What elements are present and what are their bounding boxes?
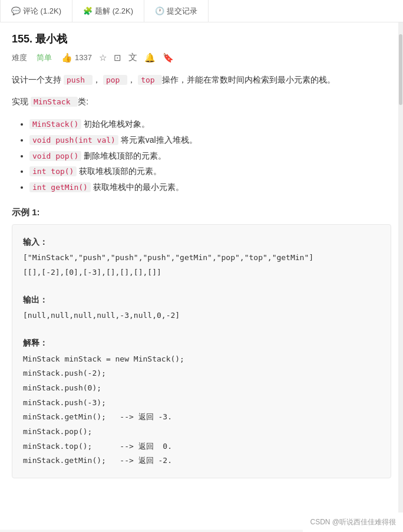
nav-comments[interactable]: 💬 评论 (1.2K): [0, 0, 72, 22]
minstack-class-code: MinStack: [31, 97, 78, 107]
top-code: top: [138, 75, 162, 85]
action-icons: 👍 1337 ☆ ⊡ 文 🔔 🔖: [61, 52, 174, 63]
share-icon: ⊡: [114, 52, 121, 63]
comment-icon: 💬: [11, 6, 21, 15]
bookmark-button[interactable]: 🔖: [163, 52, 174, 63]
top-nav: 💬 评论 (1.2K) 🧩 题解 (2.2K) 🕐 提交记录: [0, 0, 403, 22]
list-item: int top() 获取堆栈顶部的元素。: [29, 163, 391, 179]
bookmark-icon: 🔖: [163, 52, 174, 63]
problem-description: 设计一个支持 push ， pop ， top 操作，并能在常数时间内检索到最小…: [12, 73, 391, 87]
method-pop: void pop(): [29, 151, 81, 161]
thumb-up-icon: 👍: [61, 52, 72, 63]
method-list: MinStack() 初始化堆栈对象。 void push(int val) 将…: [12, 116, 391, 195]
input-line-2: [[],[-2],[0],[-3],[],[],[],[]]: [23, 265, 380, 280]
star-button[interactable]: ☆: [99, 52, 107, 63]
list-item: MinStack() 初始化堆栈对象。: [29, 116, 391, 132]
list-item: int getMin() 获取堆栈中的最小元素。: [29, 179, 391, 195]
star-icon: ☆: [99, 52, 107, 63]
input-line-1: ["MinStack","push","push","push","getMin…: [23, 251, 380, 265]
nav-submissions-label: 提交记录: [167, 6, 197, 17]
footer: CSDN @听说西佳佳难得很: [303, 513, 403, 532]
main-content: 155. 最小栈 难度 简单 👍 1337 ☆ ⊡ 文 🔔 🔖: [0, 22, 403, 530]
pop-code: pop: [103, 75, 127, 85]
explain-line-0: MinStack minStack = new MinStack();: [23, 352, 380, 367]
implement-line: 实现 MinStack 类:: [12, 94, 391, 109]
nav-comments-label: 评论 (1.2K): [23, 6, 61, 17]
method-constructor: MinStack(): [29, 119, 81, 129]
explain-line-3: minStack.push(-3);: [23, 396, 380, 411]
method-getmin: int getMin(): [29, 182, 91, 192]
nav-submissions[interactable]: 🕐 提交记录: [144, 0, 209, 22]
push-code: push: [64, 75, 93, 85]
output-label: 输出：: [23, 292, 380, 308]
explain-line-4: minStack.getMin(); --> 返回 -3.: [23, 410, 380, 425]
scrollbar-thumb: [399, 34, 402, 105]
footer-text: CSDN @听说西佳佳难得很: [310, 518, 396, 526]
output-value: [null,null,null,null,-3,null,0,-2]: [23, 308, 380, 323]
scrollbar[interactable]: [398, 22, 403, 530]
translate-icon: 文: [128, 52, 137, 63]
method-push: void push(int val): [29, 135, 118, 145]
explain-label: 解释：: [23, 335, 380, 351]
explain-line-1: minStack.push(-2);: [23, 366, 380, 381]
example-box: 输入： ["MinStack","push","push","push","ge…: [12, 224, 391, 478]
like-count: 1337: [75, 53, 92, 62]
problem-title: 155. 最小栈: [12, 32, 391, 46]
example-title: 示例 1:: [12, 207, 391, 218]
share-button[interactable]: ⊡: [114, 52, 121, 63]
difficulty-label: 难度: [12, 52, 27, 63]
explain-line-5: minStack.pop();: [23, 425, 380, 439]
method-top: int top(): [29, 166, 77, 176]
bell-button[interactable]: 🔔: [144, 52, 156, 63]
difficulty-row: 难度 简单 👍 1337 ☆ ⊡ 文 🔔 🔖: [12, 52, 391, 63]
puzzle-icon: 🧩: [83, 6, 93, 15]
like-button[interactable]: 👍 1337: [61, 52, 92, 63]
list-item: void push(int val) 将元素val推入堆栈。: [29, 132, 391, 148]
clock-icon: 🕐: [155, 6, 164, 15]
difficulty-value: 简单: [37, 52, 52, 63]
nav-solutions-label: 题解 (2.2K): [95, 6, 133, 17]
translate-button[interactable]: 文: [128, 52, 137, 63]
nav-solutions[interactable]: 🧩 题解 (2.2K): [72, 0, 144, 22]
bell-icon: 🔔: [144, 52, 156, 63]
explain-line-6: minStack.top(); --> 返回 0.: [23, 439, 380, 454]
list-item: void pop() 删除堆栈顶部的元素。: [29, 148, 391, 164]
explain-line-7: minStack.getMin(); --> 返回 -2.: [23, 454, 380, 468]
input-label: 输入：: [23, 234, 380, 250]
explain-line-2: minStack.push(0);: [23, 381, 380, 396]
